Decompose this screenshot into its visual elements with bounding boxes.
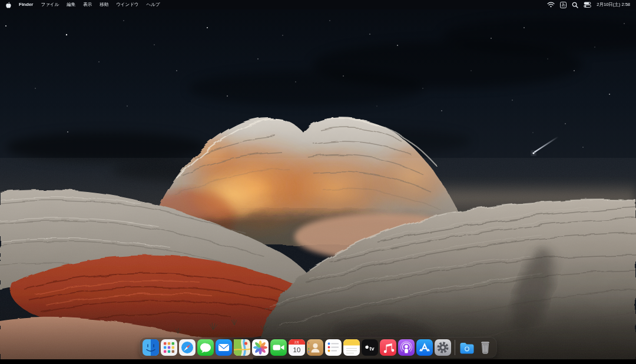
dock-icon-maps[interactable] xyxy=(234,339,250,356)
menu-go[interactable]: 移動 xyxy=(100,0,108,9)
apple-menu[interactable] xyxy=(6,2,11,8)
wallpaper-image xyxy=(0,0,636,364)
dock-icon-calendar[interactable]: 2月 10 xyxy=(289,339,305,356)
dock-icon-tv[interactable]: tv xyxy=(362,339,378,356)
dock: 2月 10 xyxy=(140,337,496,358)
menu-bar: Finder ファイル 編集 表示 移動 ウインドウ ヘルプ あ xyxy=(0,0,636,9)
dock-icon-contacts[interactable] xyxy=(307,339,323,356)
dock-icon-reminders[interactable] xyxy=(325,339,342,356)
dock-icon-mail[interactable] xyxy=(216,339,232,356)
menu-edit[interactable]: 編集 xyxy=(67,0,75,9)
menu-window[interactable]: ウインドウ xyxy=(116,0,138,9)
input-source-icon[interactable]: あ xyxy=(560,2,567,8)
dock-icon-safari[interactable] xyxy=(179,339,196,356)
menu-view[interactable]: 表示 xyxy=(83,0,92,9)
letterbox-bar xyxy=(0,359,636,364)
spotlight-search-icon[interactable] xyxy=(572,2,578,8)
dock-icon-app-store[interactable] xyxy=(416,339,433,356)
control-center-icon[interactable] xyxy=(584,2,591,8)
dock-icon-photos[interactable] xyxy=(252,339,269,356)
svg-text:2月: 2月 xyxy=(294,340,299,345)
dock-icon-finder[interactable] xyxy=(143,339,159,356)
menu-help[interactable]: ヘルプ xyxy=(147,0,160,9)
dock-icon-podcasts[interactable] xyxy=(398,339,415,356)
dock-separator xyxy=(455,340,455,355)
dock-icon-downloads-folder[interactable] xyxy=(459,339,475,356)
menu-clock[interactable]: 2月10日(土) 2:58 xyxy=(597,2,630,8)
dock-icon-messages[interactable] xyxy=(197,339,214,356)
dock-icon-launchpad[interactable] xyxy=(161,339,177,356)
dock-icon-system-settings[interactable] xyxy=(435,339,451,356)
wifi-icon[interactable] xyxy=(547,2,555,8)
dock-icon-music[interactable] xyxy=(380,339,396,356)
svg-text:tv: tv xyxy=(369,346,374,352)
dock-icon-trash[interactable] xyxy=(477,339,493,356)
svg-text:10: 10 xyxy=(293,346,301,353)
dock-icon-notes[interactable] xyxy=(343,339,360,356)
desktop: Finder ファイル 編集 表示 移動 ウインドウ ヘルプ あ xyxy=(0,0,636,364)
dock-icon-facetime[interactable] xyxy=(270,339,287,356)
menu-app-name[interactable]: Finder xyxy=(19,0,33,9)
menu-file[interactable]: ファイル xyxy=(41,0,59,9)
